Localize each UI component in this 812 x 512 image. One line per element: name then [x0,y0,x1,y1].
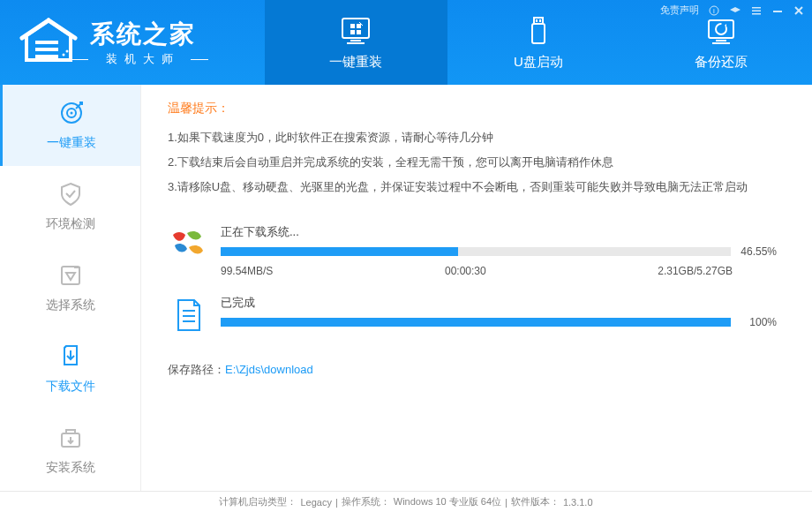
download-elapsed: 00:00:30 [445,265,486,277]
download-system-progress [221,247,731,256]
sidebar-item-label: 选择系统 [46,297,95,313]
tab-usb[interactable]: U盘启动 [447,0,630,85]
svg-text:i: i [713,7,715,15]
sidebar-item-label: 安装系统 [46,460,95,476]
target-icon [58,100,85,126]
svg-rect-23 [752,10,761,11]
app-subtitle: 装机大师 [90,51,196,67]
svg-rect-10 [350,30,355,34]
save-path-value[interactable]: E:\Zjds\download [225,363,313,376]
tab-label: U盘启动 [514,54,563,71]
windows-icon [168,224,208,265]
app-logo-icon [18,16,79,69]
svg-rect-18 [712,42,730,44]
minimize-icon[interactable] [771,4,784,17]
svg-point-28 [71,112,73,115]
footer-boot-value: Legacy [300,497,331,508]
download-icon [57,343,84,370]
download-speed: 99.54MB/S [221,265,273,277]
save-path-label: 保存路径： [168,363,225,376]
sidebar-item-reinstall[interactable]: 一键重装 [0,85,140,166]
svg-point-3 [63,54,65,56]
svg-rect-17 [716,40,726,41]
install-icon [57,425,84,451]
svg-rect-24 [752,13,761,15]
svg-rect-29 [62,267,79,284]
svg-rect-8 [350,24,355,28]
shield-icon [57,181,84,207]
svg-rect-5 [342,19,369,38]
close-icon[interactable] [793,4,805,17]
tips-line: 2.下载结束后会自动重启并完成系统的安装，全程无需干预，您可以离开电脑请稍作休息 [168,150,777,175]
svg-point-4 [66,50,69,53]
svg-rect-7 [347,42,365,44]
svg-rect-22 [752,7,761,9]
info-icon[interactable]: i [708,4,720,17]
svg-rect-12 [534,18,543,24]
svg-rect-11 [357,30,361,34]
graduation-icon[interactable] [729,4,741,17]
monitor-icon [340,15,372,47]
app-title: 系统之家 [90,18,196,51]
download-system-percent: 46.55% [738,245,777,258]
download-complete-label: 已完成 [221,295,777,311]
svg-rect-1 [35,48,58,51]
app-header: 系统之家 装机大师 一键重装 U盘启动 [0,0,812,85]
usb-icon [523,15,554,47]
svg-rect-2 [35,55,58,58]
settings-icon[interactable] [750,4,763,17]
svg-rect-0 [35,41,58,44]
svg-rect-13 [532,24,545,43]
footer-os-label: 操作系统： [342,495,390,508]
disclaimer-link[interactable]: 免责声明 [660,4,699,17]
svg-rect-25 [773,11,782,12]
download-size: 2.31GB/5.27GB [658,265,733,277]
main-content: 温馨提示： 1.如果下载速度为0，此时软件正在搜索资源，请耐心等待几分钟 2.下… [141,85,812,491]
download-complete-percent: 100% [738,316,777,328]
sidebar-item-label: 下载文件 [46,379,95,395]
footer-version-value: 1.3.1.0 [563,497,593,508]
sidebar-item-label: 环境检测 [46,216,95,232]
tab-reinstall[interactable]: 一键重装 [265,0,447,85]
sidebar-item-download[interactable]: 下载文件 [0,328,140,410]
svg-rect-15 [539,19,541,22]
document-icon [168,295,208,335]
download-system-row: 正在下载系统... 46.55% 99.54MB/S 00:00:30 2.31… [168,224,777,277]
download-complete-row: 已完成 100% [168,295,777,335]
footer-boot-label: 计算机启动类型： [219,495,297,508]
footer-sep: | [505,497,508,508]
select-icon [57,262,84,289]
sidebar-item-install[interactable]: 安装系统 [0,410,140,491]
window-controls: 免责声明 i [660,4,805,17]
footer-version-label: 软件版本： [511,495,560,508]
sidebar-item-select[interactable]: 选择系统 [0,247,140,328]
svg-rect-9 [357,24,361,28]
sidebar-item-label: 一键重装 [47,135,96,151]
tips-line: 1.如果下载速度为0，此时软件正在搜索资源，请耐心等待几分钟 [168,125,777,150]
download-system-label: 正在下载系统... [221,224,777,240]
tab-label: 一键重装 [329,54,382,71]
svg-rect-6 [350,40,361,41]
tab-label: 备份还原 [695,54,748,71]
tips-title: 温馨提示： [168,101,777,117]
footer-sep: | [335,497,338,508]
footer-os-value: Windows 10 专业版 64位 [394,495,501,508]
backup-icon [705,15,737,47]
sidebar-item-env[interactable]: 环境检测 [0,166,140,247]
footer: 计算机启动类型： Legacy | 操作系统： Windows 10 专业版 6… [0,491,812,512]
save-path-row: 保存路径：E:\Zjds\download [168,362,777,378]
tips-line: 3.请移除U盘、移动硬盘、光驱里的光盘，并保证安装过程中不会断电，否则重装可能失… [168,175,777,200]
download-complete-progress [221,318,731,327]
logo-section: 系统之家 装机大师 [0,0,265,85]
sidebar: 一键重装 环境检测 选择系统 下载文件 安装系统 [0,85,141,491]
svg-rect-14 [536,19,538,22]
